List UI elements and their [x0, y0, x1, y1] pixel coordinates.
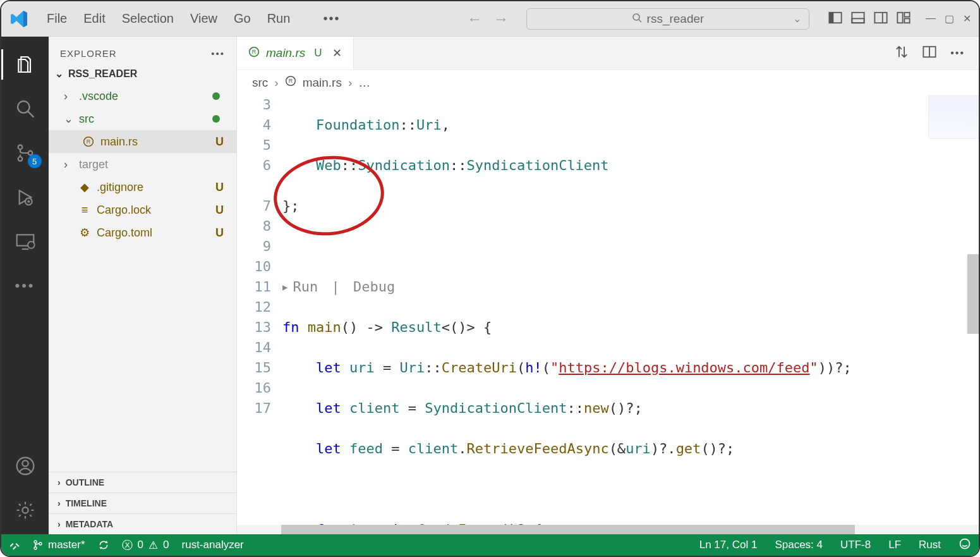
menu-go[interactable]: Go	[234, 11, 251, 26]
chevron-down-icon[interactable]: ⌄	[793, 13, 801, 25]
vscode-window: File Edit Selection View Go Run ••• ← → …	[0, 0, 980, 557]
t: in	[391, 522, 408, 525]
file-main-rs[interactable]: R main.rs U	[49, 130, 236, 153]
line-no: 6	[237, 156, 271, 176]
cursor-position[interactable]: Ln 17, Col 1	[699, 539, 758, 551]
explorer-more-icon[interactable]: •••	[211, 48, 225, 59]
folder-root[interactable]: ⌄ RSS_READER	[49, 64, 236, 83]
language-indicator[interactable]: Rust	[919, 539, 941, 551]
code-content[interactable]: Foundation::Uri, Web::Syndication::Syndi…	[282, 95, 979, 525]
warning-icon: ⚠	[148, 539, 158, 552]
menu-edit[interactable]: Edit	[83, 11, 105, 26]
main-menu: File Edit Selection View Go Run •••	[47, 11, 340, 26]
git-branch[interactable]: master*	[33, 539, 85, 551]
maximize-icon[interactable]: ▢	[945, 13, 954, 25]
code-editor[interactable]: 3 4 5 6 7 8 9 10 11 12 13 14 15 16 17 Fo…	[237, 95, 979, 525]
command-center[interactable]: rss_reader ⌄	[526, 8, 809, 30]
file-tree: › .vscode ⌄ src R main.rs U › target	[49, 83, 236, 245]
metadata-section[interactable]: ›METADATA	[49, 513, 236, 534]
svg-text:R: R	[288, 78, 293, 84]
tab-close-icon[interactable]: ✕	[332, 46, 342, 60]
horizontal-scrollbar-thumb[interactable]	[281, 525, 855, 534]
chevron-right-icon: ›	[57, 519, 61, 529]
file-cargo-lock[interactable]: ≡ Cargo.lock U	[49, 199, 236, 221]
line-no: 10	[237, 257, 271, 277]
file-icon: ≡	[79, 204, 90, 216]
toggle-sidebar-icon[interactable]	[828, 11, 842, 27]
minimap[interactable]	[928, 95, 979, 139]
window-controls: — ▢ ✕	[926, 13, 971, 25]
titlebar: File Edit Selection View Go Run ••• ← → …	[1, 1, 979, 37]
lsp-status[interactable]: rust-analyzer	[182, 539, 244, 551]
encoding-indicator[interactable]: UTF-8	[840, 539, 871, 551]
toggle-panel-icon[interactable]	[851, 11, 865, 27]
error-count: 0	[138, 539, 143, 551]
eol-indicator[interactable]: LF	[888, 539, 901, 551]
remote-indicator[interactable]	[9, 539, 20, 551]
editor-tab-main-rs[interactable]: R main.rs U ✕	[237, 37, 354, 70]
line-no: 12	[237, 297, 271, 317]
menu-file[interactable]: File	[47, 11, 67, 26]
folder-target[interactable]: › target	[49, 153, 236, 176]
editor-more-icon[interactable]: •••	[950, 47, 965, 59]
t: Uri	[399, 360, 425, 376]
sync-button[interactable]	[98, 539, 109, 551]
activity-account-icon[interactable]	[13, 453, 38, 479]
svg-point-22	[22, 460, 28, 466]
indent-indicator[interactable]: Spaces: 4	[775, 539, 823, 551]
horizontal-scrollbar-track[interactable]	[237, 525, 979, 534]
menu-run[interactable]: Run	[267, 11, 291, 26]
line-no: 15	[237, 358, 271, 378]
codelens-run[interactable]: Run	[293, 277, 318, 297]
activity-more-icon[interactable]: •••	[13, 273, 38, 298]
file-cargo-toml[interactable]: ⚙ Cargo.toml U	[49, 221, 236, 244]
url-literal: https://blogs.windows.com/feed	[559, 360, 809, 376]
breadcrumb[interactable]: src › R main.rs › …	[237, 70, 979, 95]
activity-scm-icon[interactable]: 5	[13, 140, 38, 166]
file-name: Cargo.lock	[97, 204, 151, 217]
breadcrumb-folder[interactable]: src	[252, 76, 268, 90]
git-status: U	[215, 181, 224, 194]
breadcrumb-file[interactable]: main.rs	[303, 76, 342, 90]
split-editor-icon[interactable]	[923, 45, 936, 61]
line-no: 3	[237, 95, 271, 115]
activity-search-icon[interactable]	[13, 96, 38, 121]
folder-name: .vscode	[79, 90, 118, 103]
minimize-icon[interactable]: —	[926, 13, 936, 25]
activity-settings-icon[interactable]	[13, 498, 38, 523]
activity-debug-icon[interactable]	[13, 185, 38, 210]
gitignore-icon: ◆	[79, 181, 90, 193]
chevron-right-icon: ›	[64, 90, 73, 103]
menu-overflow-icon[interactable]: •••	[323, 11, 340, 26]
play-icon[interactable]: ▶	[282, 277, 287, 297]
activity-explorer-icon[interactable]	[13, 52, 38, 77]
line-gutter: 3 4 5 6 7 8 9 10 11 12 13 14 15 16 17	[237, 95, 282, 525]
tab-git-status: U	[314, 47, 322, 59]
feedback-icon[interactable]	[959, 537, 971, 553]
line-no: 4	[237, 115, 271, 135]
menu-view[interactable]: View	[190, 11, 217, 26]
customize-layout-icon[interactable]	[897, 11, 910, 27]
nav-forward-icon[interactable]: →	[493, 10, 509, 28]
svg-text:R: R	[252, 49, 257, 55]
compare-changes-icon[interactable]	[895, 45, 909, 61]
problems-indicator[interactable]: ⓧ0 ⚠0	[122, 538, 169, 553]
search-icon	[632, 12, 642, 26]
t: "	[550, 360, 559, 376]
timeline-section[interactable]: ›TIMELINE	[49, 493, 236, 513]
breadcrumb-tail[interactable]: …	[358, 76, 370, 90]
status-bar: master* ⓧ0 ⚠0 rust-analyzer Ln 17, Col 1…	[1, 534, 979, 556]
nav-back-icon[interactable]: ←	[467, 10, 482, 28]
svg-point-11	[18, 101, 30, 113]
close-icon[interactable]: ✕	[963, 13, 971, 25]
menu-selection[interactable]: Selection	[122, 11, 174, 26]
codelens-debug[interactable]: Debug	[353, 277, 395, 297]
folder-vscode[interactable]: › .vscode	[49, 85, 236, 107]
folder-src[interactable]: ⌄ src	[49, 107, 236, 130]
vertical-scrollbar[interactable]	[967, 254, 979, 334]
activity-remote-icon[interactable]	[13, 229, 38, 254]
outline-section[interactable]: ›OUTLINE	[49, 472, 236, 493]
toggle-secondary-icon[interactable]	[874, 11, 888, 27]
t: let	[316, 441, 341, 456]
file-gitignore[interactable]: ◆ .gitignore U	[49, 176, 236, 199]
